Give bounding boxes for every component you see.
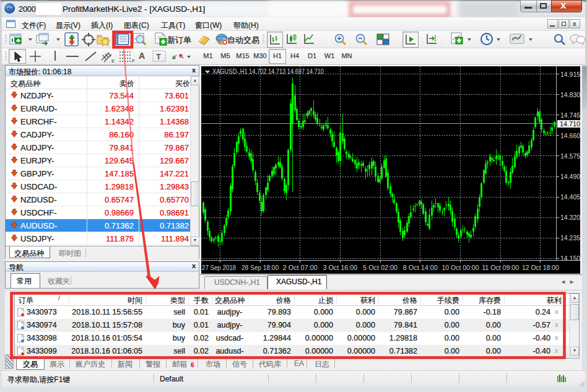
svg-text:12 Oct 18:00: 12 Oct 18:00: [522, 264, 559, 271]
svg-text:2 Oct 07:00: 2 Oct 07:00: [283, 264, 318, 271]
svg-text:E: E: [111, 58, 115, 64]
svg-text:8 Oct 14:00: 8 Oct 14:00: [403, 264, 438, 271]
svg-text:14.405: 14.405: [560, 193, 580, 201]
svg-text:14.915: 14.915: [560, 71, 580, 78]
svg-text:10 Oct 00:00: 10 Oct 00:00: [442, 264, 479, 271]
svg-text:5 Oct 02:00: 5 Oct 02:00: [363, 264, 398, 271]
svg-text:27 Sep 2018: 27 Sep 2018: [202, 264, 236, 271]
svg-text:14.660: 14.660: [560, 132, 580, 139]
svg-text:14.320: 14.320: [560, 214, 580, 221]
svg-text:11 Oct 09:00: 11 Oct 09:00: [482, 264, 519, 271]
svg-text:28 Sep 18:00: 28 Sep 18:00: [241, 264, 279, 271]
svg-text:14.490: 14.490: [560, 173, 580, 180]
svg-text:XAGUSD-,H1 14.702 14.713 14.6: XAGUSD-,H1 14.702 14.713 14.697 14.710: [212, 68, 324, 75]
svg-text:14.745: 14.745: [560, 111, 580, 119]
svg-text:14.235: 14.235: [560, 234, 580, 242]
svg-text:14.150: 14.150: [560, 255, 580, 262]
svg-text:T: T: [156, 52, 161, 61]
svg-text:F: F: [132, 58, 135, 64]
svg-text:14.830: 14.830: [560, 91, 580, 98]
svg-text:14.575: 14.575: [560, 152, 580, 160]
svg-text:14.710: 14.710: [560, 120, 580, 128]
svg-text:3 Oct 16:00: 3 Oct 16:00: [323, 264, 357, 271]
